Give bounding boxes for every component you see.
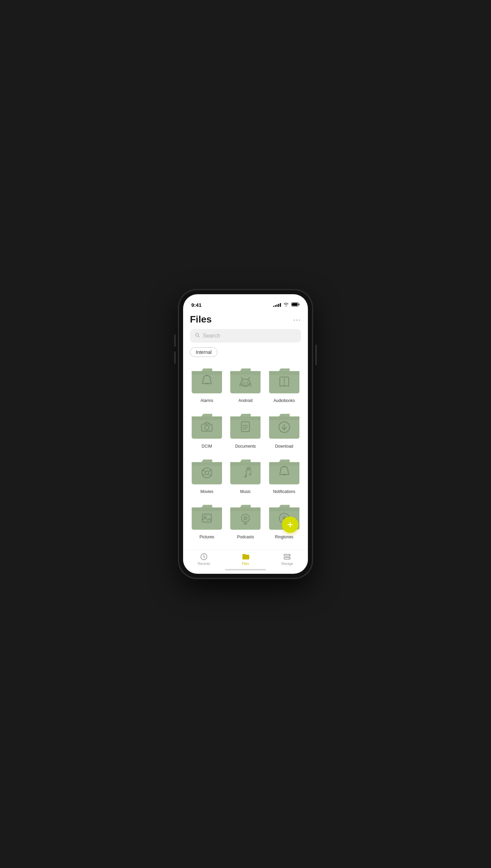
search-placeholder: Search — [203, 333, 220, 339]
home-indicator — [183, 567, 308, 574]
nav-recents[interactable]: Recents — [192, 553, 216, 566]
status-bar: 9:41 — [183, 294, 308, 311]
svg-point-6 — [206, 375, 208, 376]
folder-label-android: Android — [238, 398, 252, 403]
add-fab-button[interactable] — [282, 517, 298, 533]
folders-grid: Alarms Android Audiobooks — [190, 362, 301, 539]
folder-dcim[interactable]: DCIM — [190, 408, 224, 448]
folder-android[interactable]: Android — [228, 362, 262, 403]
folder-icon-music — [228, 453, 262, 487]
folder-audiobooks[interactable]: Audiobooks — [267, 362, 301, 403]
files-label: Files — [242, 562, 249, 566]
folder-notifications[interactable]: Notifications — [267, 453, 301, 494]
svg-point-39 — [243, 516, 248, 520]
svg-line-4 — [198, 336, 199, 337]
folder-icon-documents — [228, 408, 262, 442]
svg-point-18 — [210, 425, 211, 426]
volume-up-button[interactable] — [174, 334, 176, 347]
more-options-button[interactable]: ··· — [293, 316, 301, 324]
folder-documents[interactable]: Documents — [228, 408, 262, 448]
folder-alarms[interactable]: Alarms — [190, 362, 224, 403]
signal-icon — [273, 303, 281, 307]
folder-music[interactable]: Music — [228, 453, 262, 494]
folder-label-music: Music — [240, 489, 251, 494]
recents-icon — [200, 553, 208, 561]
internal-filter-chip[interactable]: Internal — [190, 347, 218, 357]
svg-point-36 — [283, 466, 285, 467]
page-header: Files ··· — [190, 311, 301, 329]
folder-icon-movies — [190, 453, 224, 487]
folder-label-audiobooks: Audiobooks — [273, 398, 295, 403]
folder-label-movies: Movies — [200, 489, 213, 494]
svg-point-52 — [289, 558, 290, 559]
nav-files[interactable]: Files — [234, 553, 257, 566]
folder-label-documents: Documents — [235, 444, 256, 449]
search-icon — [195, 332, 200, 339]
svg-point-34 — [249, 474, 251, 476]
svg-point-9 — [243, 381, 244, 383]
svg-point-32 — [244, 475, 247, 478]
folder-icon-notifications — [267, 453, 301, 487]
status-icons — [273, 302, 300, 308]
filter-row: Internal — [190, 347, 301, 357]
folder-label-pictures: Pictures — [199, 535, 214, 539]
recents-label: Recents — [198, 562, 210, 566]
phone-frame: 9:41 — [179, 290, 312, 578]
folder-icon-dcim — [190, 408, 224, 442]
folder-podcasts[interactable]: Podcasts — [228, 499, 262, 539]
folder-icon-pictures — [190, 499, 224, 533]
folder-icon-podcasts — [228, 499, 262, 533]
svg-point-51 — [289, 555, 290, 556]
folder-label-alarms: Alarms — [200, 398, 213, 403]
battery-icon — [291, 302, 300, 308]
folder-icon-audiobooks — [267, 362, 301, 396]
folder-label-ringtones: Ringtones — [275, 535, 293, 539]
folder-label-download: Download — [275, 444, 293, 449]
storage-icon — [283, 553, 291, 561]
wifi-icon — [283, 302, 289, 308]
folder-download[interactable]: Download — [267, 408, 301, 448]
storage-label: Storage — [281, 562, 293, 566]
power-button[interactable] — [315, 345, 317, 365]
folder-label-notifications: Notifications — [273, 489, 295, 494]
folder-pictures[interactable]: Pictures — [190, 499, 224, 539]
svg-rect-2 — [292, 303, 298, 306]
folder-label-dcim: DCIM — [202, 444, 212, 449]
files-icon — [241, 553, 250, 561]
folder-movies[interactable]: Movies — [190, 453, 224, 494]
page-title: Files — [190, 314, 212, 325]
status-time: 9:41 — [191, 302, 202, 308]
phone-screen: 9:41 — [183, 294, 308, 574]
svg-rect-1 — [299, 304, 299, 305]
folder-icon-android — [228, 362, 262, 396]
main-content: Files ··· Search Internal — [183, 311, 308, 550]
folder-icon-alarms — [190, 362, 224, 396]
nav-storage[interactable]: Storage — [275, 553, 299, 566]
svg-point-10 — [247, 381, 248, 383]
search-bar[interactable]: Search — [190, 329, 301, 343]
svg-rect-8 — [241, 383, 250, 386]
volume-down-button[interactable] — [174, 351, 176, 364]
folder-label-podcasts: Podcasts — [237, 535, 254, 539]
bottom-navigation: Recents Files Storage — [183, 550, 308, 567]
folder-icon-download — [267, 408, 301, 442]
plus-icon — [286, 521, 294, 528]
